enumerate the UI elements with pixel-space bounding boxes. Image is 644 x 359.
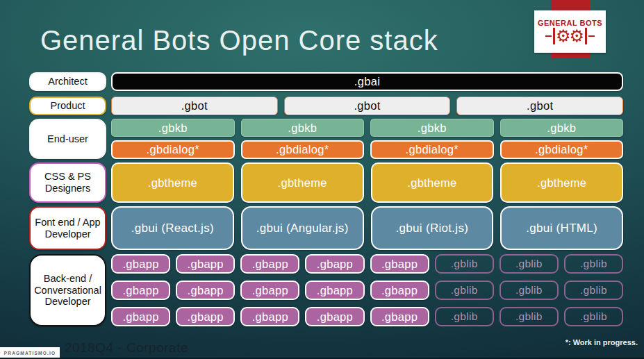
- gear-axle-line: [545, 35, 552, 37]
- gears-icon: ⚙ ⚙: [545, 28, 594, 44]
- gbdialog-box: .gbdialog*: [111, 140, 235, 159]
- gbkb-box: .gbkb: [500, 119, 624, 137]
- role-label-architect: Architect: [29, 72, 106, 91]
- gbapp-box: .gbapp: [240, 281, 299, 300]
- gbui-angular-box: .gbui (Angular.js): [241, 206, 364, 250]
- row-gbapp-gblib-2: .gbapp .gbapp .gbapp .gbapp .gbapp .gbli…: [111, 281, 623, 300]
- gbapp-box: .gbapp: [370, 254, 429, 274]
- gblib-box: .gblib: [435, 281, 494, 300]
- gbtheme-box: .gbtheme: [111, 162, 234, 203]
- gblib-box: .gblib: [499, 254, 559, 274]
- gbui-react-box: .gbui (React.js): [111, 206, 234, 250]
- row-gbdialog: .gbdialog* .gbdialog* .gbdialog* .gbdial…: [111, 140, 623, 159]
- gbapp-box: .gbapp: [370, 307, 429, 326]
- gbapp-box: .gbapp: [370, 281, 429, 300]
- general-bots-logo: GENERAL BOTS ⚙ ⚙: [534, 10, 606, 53]
- row-gbui: .gbui (React.js) .gbui (Angular.js) .gbu…: [111, 206, 623, 250]
- gbot-box: .gbot: [284, 97, 451, 115]
- gear-axle-line: [585, 28, 587, 44]
- row-gbot: .gbot .gbot .gbot: [111, 97, 623, 115]
- gear-axle-line: [588, 35, 595, 37]
- gbapp-box: .gbapp: [111, 281, 170, 300]
- gbui-html-box: .gbui (HTML): [500, 206, 623, 250]
- gbdialog-box: .gbdialog*: [370, 140, 494, 159]
- row-gbtheme: .gbtheme .gbtheme .gbtheme .gbtheme: [111, 162, 623, 203]
- gbai-box: .gbai: [111, 72, 623, 91]
- gbapp-box: .gbapp: [111, 307, 170, 326]
- footer-caption: 2018Q4 - Corporate: [65, 340, 188, 356]
- role-label-css-ps-designers: CSS & PS Designers: [29, 162, 106, 203]
- gbkb-box: .gbkb: [370, 119, 494, 137]
- gbot-box: .gbot: [111, 97, 278, 115]
- gblib-box: .gblib: [564, 307, 623, 326]
- row-gbkb: .gbkb .gbkb .gbkb .gbkb: [111, 119, 623, 137]
- gbapp-box: .gbapp: [176, 254, 235, 274]
- gbot-box: .gbot: [456, 97, 623, 115]
- row-gbai: .gbai: [111, 72, 623, 91]
- gbui-riot-box: .gbui (Riot.js): [371, 206, 494, 250]
- gbapp-box: .gbapp: [111, 254, 170, 274]
- gblib-box: .gblib: [564, 281, 623, 300]
- gbapp-box: .gbapp: [240, 254, 299, 274]
- work-in-progress-footnote: *: Work in progress.: [565, 338, 638, 347]
- pragmatismo-brand-badge: PRAGMATISMO.IO: [0, 347, 60, 358]
- gbdialog-box: .gbdialog*: [241, 140, 365, 159]
- page-title: General Bots Open Core stack: [40, 25, 438, 56]
- gbapp-box: .gbapp: [176, 307, 235, 326]
- role-label-backend-conversational-developer: Back-end / Conversational Developer: [29, 254, 106, 326]
- gear-icon: ⚙: [570, 28, 585, 44]
- gbapp-box: .gbapp: [240, 307, 299, 326]
- row-gbapp-gblib-3: .gbapp .gbapp .gbapp .gbapp .gbapp .gbli…: [111, 307, 623, 326]
- role-label-frontend-app-developer: Font end / App Developer: [29, 206, 106, 250]
- slide: General Bots Open Core stack GENERAL BOT…: [0, 0, 644, 359]
- gbkb-box: .gbkb: [111, 119, 235, 137]
- gbapp-box: .gbapp: [305, 281, 364, 300]
- gbapp-box: .gbapp: [305, 254, 364, 274]
- gbtheme-box: .gbtheme: [500, 162, 623, 203]
- role-label-product: Product: [29, 97, 106, 115]
- gbtheme-box: .gbtheme: [371, 162, 494, 203]
- gbtheme-box: .gbtheme: [241, 162, 364, 203]
- gblib-box: .gblib: [564, 254, 623, 274]
- role-label-end-user: End-user: [29, 119, 106, 159]
- gear-axle-line: [553, 28, 555, 44]
- gbdialog-box: .gbdialog*: [500, 140, 624, 159]
- gear-icon: ⚙: [556, 28, 571, 44]
- gbapp-box: .gbapp: [305, 307, 364, 326]
- row-gbapp-gblib-1: .gbapp .gbapp .gbapp .gbapp .gbapp .gbli…: [111, 254, 623, 274]
- gblib-box: .gblib: [435, 254, 494, 274]
- gbkb-box: .gbkb: [241, 119, 365, 137]
- gblib-box: .gblib: [499, 281, 559, 300]
- gblib-box: .gblib: [499, 307, 559, 326]
- gblib-box: .gblib: [435, 307, 494, 326]
- gbapp-box: .gbapp: [176, 281, 235, 300]
